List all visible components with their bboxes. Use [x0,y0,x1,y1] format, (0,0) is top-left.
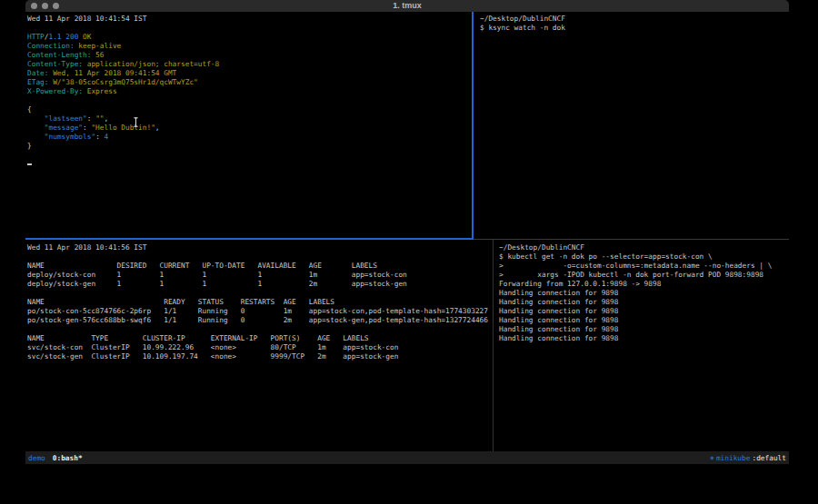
text-segment: keep-alive [75,42,122,50]
mouse-ibeam-cursor [133,117,139,127]
terminal-line [27,96,473,105]
terminal-line: } [27,142,473,151]
tmux-status-bar: demo 0:bash* ⎈ minikube :default [25,451,789,464]
terminal-line: deploy/stock-con 1 1 1 1 1m app=stock-co… [27,271,494,280]
text-segment: Content-Length: [27,51,91,59]
kubernetes-helm-icon: ⎈ [710,454,714,462]
text-segment: 1.1 200 [48,33,78,41]
terminal-line: po/stock-con-5cc874766c-2p6rp 1/1 Runnin… [27,307,494,316]
text-segment: OK [83,33,91,41]
kube-context: minikube [716,454,751,462]
active-window-label[interactable]: 0:bash* [53,454,83,462]
text-segment: deploy/stock-con 1 1 1 1 1m app=stock-co… [27,271,407,279]
window-titlebar: 1. tmux [25,0,789,12]
pane-border-horizontal [474,239,789,240]
terminal-line: Handling connection for 9898 [499,289,789,298]
terminal-line: Wed 11 Apr 2018 10:41:54 IST [27,15,473,24]
pane-border-vertical [493,240,494,451]
text-segment: $ ksync watch -n dok [480,24,565,32]
text-segment: "" [95,114,104,123]
text-segment: NAME TYPE CLUSTER-IP EXTERNAL-IP PORT(S)… [27,334,369,342]
terminal-line: "message": "Hello Dublin!", [27,124,473,133]
text-segment [27,133,45,141]
close-button[interactable] [31,3,37,9]
text-segment: Wed, 11 Apr 2018 09:41:54 GMT [48,69,176,77]
terminal-line: NAME READY STATUS RESTARTS AGE LABELS [27,298,494,307]
terminal-line: { [27,105,473,114]
status-right: ⎈ minikube :default [710,454,786,462]
pane-port-forward[interactable]: ~/Desktop/DublinCNCF$ kubectl get -n dok… [494,240,789,455]
text-segment: W/"38-05coCsrg3mQ75sHr1d/qcWTwYZc" [48,78,197,86]
traffic-lights [31,3,59,9]
terminal-line: "lastseen": "", [27,114,473,124]
text-segment: Forwarding from 127.0.0.1:9898 -> 9898 [499,280,661,288]
text-segment: Handling connection for 9898 [499,289,618,297]
terminal-line: ~/Desktop/DublinCNCF [499,243,789,252]
text-segment: application/json; charset=utf-8 [83,60,219,68]
text-segment: Content-Type: [27,60,83,68]
text-segment: 4 [105,133,109,141]
text-segment: NAME DESIRED CURRENT UP-TO-DATE AVAILABL… [27,262,377,270]
text-segment: 56 [91,51,104,59]
terminal-line: svc/stock-con ClusterIP 10.99.222.96 <no… [27,343,494,352]
kube-namespace: :default [752,454,786,462]
terminal-line: NAME TYPE CLUSTER-IP EXTERNAL-IP PORT(S)… [27,334,494,343]
text-segment [27,124,45,132]
terminal-line: po/stock-gen-576cc688bb-swqf6 1/1 Runnin… [27,316,494,325]
terminal-line: > xargs -IPOD kubectl -n dok port-forwar… [499,271,789,280]
terminal-line: Forwarding from 127.0.0.1:9898 -> 9898 [499,280,789,289]
text-segment: Express [83,87,117,95]
terminal-line: NAME DESIRED CURRENT UP-TO-DATE AVAILABL… [27,262,494,271]
window-title: 1. tmux [25,0,789,12]
text-segment: } [27,142,32,150]
terminal-line [27,252,494,262]
terminal-line: deploy/stock-gen 1 1 1 1 2m app=stock-ge… [27,280,494,289]
terminal-line: ETag: W/"38-05coCsrg3mQ75sHr1d/qcWTwYZc" [27,78,473,87]
text-segment: Wed 11 Apr 2018 10:41:54 IST [27,15,146,23]
terminal-line: ~/Desktop/DublinCNCF [480,15,789,24]
text-segment: "numsymbols" [45,133,95,141]
terminal-line: Connection: keep-alive [27,42,473,51]
text-segment: > xargs -IPOD kubectl -n dok port-forwar… [499,271,763,279]
terminal-line: Handling connection for 9898 [499,325,789,334]
terminal-line: Wed 11 Apr 2018 10:41:56 IST [27,243,494,252]
text-segment: , [105,114,109,123]
text-segment: "lastseen" [45,114,87,123]
text-segment: : [95,133,104,141]
active-pane-border-horizontal [25,238,474,240]
pane-ksync-watch[interactable]: ~/Desktop/DublinCNCF$ ksync watch -n dok [474,12,789,241]
tmux-terminal: Wed 11 Apr 2018 10:41:54 ISTHTTP/1.1 200… [25,12,789,451]
text-segment: HTTP [27,33,45,41]
pane-kubectl-get[interactable]: Wed 11 Apr 2018 10:41:56 ISTNAME DESIRED… [25,240,494,455]
text-segment: ~/Desktop/DublinCNCF [499,243,584,252]
text-segment: NAME READY STATUS RESTARTS AGE LABELS [27,298,334,306]
terminal-line: Handling connection for 9898 [499,334,789,343]
terminal-line: Handling connection for 9898 [499,307,789,316]
terminal-line [27,24,473,33]
minimize-button[interactable] [42,3,48,9]
text-segment: ETag: [27,78,48,86]
text-segment: deploy/stock-gen 1 1 1 1 2m app=stock-ge… [27,280,407,288]
terminal-line: "numsymbols": 4 [27,133,473,142]
terminal-line: > -o=custom-columns=:metadata.name --no-… [499,262,789,271]
text-segment: po/stock-gen-576cc688bb-swqf6 1/1 Runnin… [27,316,488,324]
terminal-line: svc/stock-gen ClusterIP 10.109.197.74 <n… [27,352,494,361]
text-segment: : [83,124,91,132]
text-segment: X-Powered-By: [27,87,83,95]
text-segment [27,114,45,123]
terminal-line: $ ksync watch -n dok [480,24,789,33]
text-segment: , [155,124,160,132]
text-segment: Wed 11 Apr 2018 10:41:56 IST [27,243,146,252]
text-segment: "message" [45,124,83,132]
text-segment: po/stock-con-5cc874766c-2p6rp 1/1 Runnin… [27,307,488,315]
pane-http-response[interactable]: Wed 11 Apr 2018 10:41:54 ISTHTTP/1.1 200… [25,12,473,241]
terminal-line: X-Powered-By: Express [27,87,473,96]
terminal-window: 1. tmux Wed 11 Apr 2018 10:41:54 ISTHTTP… [25,0,789,464]
text-segment: Handling connection for 9898 [499,316,618,324]
active-pane-border-vertical [472,12,474,240]
text-segment: Handling connection for 9898 [499,325,618,333]
text-segment: svc/stock-con ClusterIP 10.99.222.96 <no… [27,343,398,351]
terminal-line: $ kubectl get -n dok po --selector=app=s… [499,252,789,262]
text-segment: Date: [27,69,48,77]
zoom-button[interactable] [53,3,59,9]
